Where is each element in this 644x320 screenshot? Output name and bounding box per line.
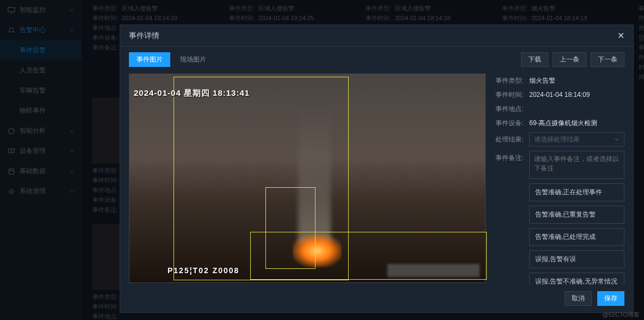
- modal-toolbar: 事件图片 现场图片 下载 上一条 下一条: [120, 47, 633, 67]
- remark-textarea[interactable]: [529, 151, 624, 179]
- osd-timestamp: 2024-01-04 星期四 18:13:41: [134, 88, 250, 99]
- select-placeholder: 请选择处理结果: [534, 132, 614, 146]
- osd-ptz: P125¦T02 Z0008: [168, 266, 239, 275]
- tab-event-image[interactable]: 事件图片: [129, 52, 170, 67]
- quick-remark-option[interactable]: 告警准确,已处理完成: [529, 228, 624, 246]
- tab-scene-image[interactable]: 现场图片: [172, 52, 214, 67]
- info-value: 烟火告警: [529, 73, 624, 88]
- event-image-viewer[interactable]: 2024-01-04 星期四 18:13:41 P125¦T02 Z0008: [129, 73, 486, 283]
- quick-remark-option[interactable]: 告警准确,已重复告警: [529, 206, 624, 224]
- info-label: 事件设备:: [496, 116, 529, 130]
- info-label: 事件类型:: [496, 73, 529, 88]
- info-label: 事件备注:: [496, 151, 529, 165]
- cancel-button[interactable]: 取消: [565, 291, 592, 306]
- event-detail-modal: 事件详情 ✕ 事件图片 现场图片 下载 上一条 下一条 2024-01-04 星…: [120, 24, 634, 313]
- info-label: 处理结果:: [496, 132, 529, 146]
- info-label: 事件地点:: [496, 102, 529, 116]
- next-button[interactable]: 下一条: [591, 52, 624, 67]
- modal-header: 事件详情 ✕: [120, 25, 633, 47]
- save-button[interactable]: 保存: [597, 291, 624, 306]
- modal-footer: 取消 保存: [120, 285, 633, 312]
- download-button[interactable]: 下载: [521, 52, 548, 67]
- watermark: @51CTO博客: [603, 311, 640, 319]
- close-icon[interactable]: ✕: [617, 30, 624, 41]
- info-value: 69-高点摄像机烟火检测: [529, 116, 624, 130]
- modal-title: 事件详情: [129, 31, 617, 41]
- detail-info-pane: 事件类型:烟火告警 事件时间:2024-01-04 18:14:09 事件地点:…: [486, 73, 624, 285]
- result-select[interactable]: 请选择处理结果: [529, 132, 624, 146]
- chevron-down-icon: [614, 137, 620, 142]
- osd-blurred: [387, 264, 480, 277]
- info-value: [529, 102, 624, 116]
- quick-remark-option[interactable]: 告警准确,正在处理事件: [529, 183, 624, 201]
- info-label: 事件时间:: [496, 88, 529, 102]
- prev-button[interactable]: 上一条: [553, 52, 586, 67]
- info-value: 2024-01-04 18:14:09: [529, 88, 624, 102]
- quick-remark-option[interactable]: 误报,告警有误: [529, 250, 624, 268]
- quick-remark-option[interactable]: 误报,告警不准确,无异常情况: [529, 273, 624, 285]
